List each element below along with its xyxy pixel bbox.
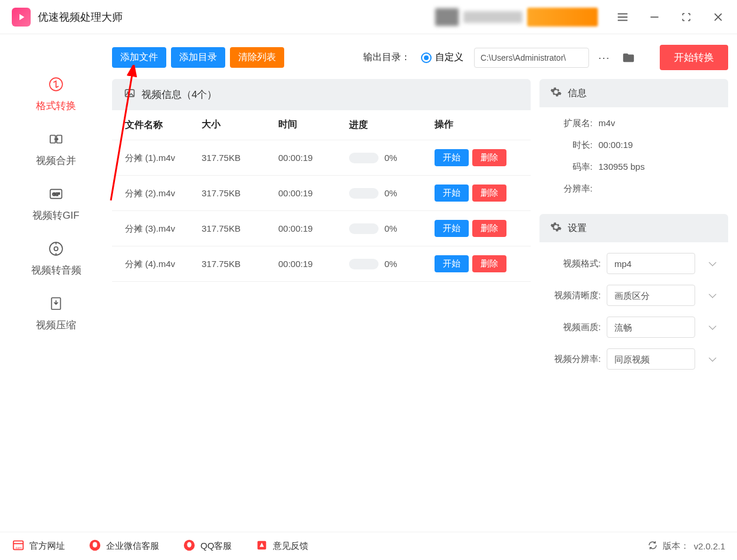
file-size: 317.75KB: [202, 223, 278, 233]
bitrate-value: 130955 bps: [598, 162, 716, 173]
table-row[interactable]: 分摊 (2).m4v 317.75KB 00:00:19 0% 开始 删除: [112, 176, 531, 211]
gear-icon: [550, 86, 562, 100]
folder-icon[interactable]: [618, 48, 639, 68]
minimize-icon[interactable]: [647, 10, 662, 24]
file-name: 分摊 (2).m4v: [125, 187, 202, 199]
row-delete-button[interactable]: 删除: [472, 185, 506, 202]
add-file-button[interactable]: 添加文件: [112, 47, 166, 68]
output-path-input[interactable]: [474, 48, 589, 68]
row-delete-button[interactable]: 删除: [472, 149, 506, 166]
qq-label: QQ客服: [200, 541, 232, 552]
file-table-panel: 视频信息（4个） 文件名称 大小 时间 进度 操作 分摊 (1).m4v 317…: [112, 79, 531, 532]
sidebar-item-merge[interactable]: 视频合并: [36, 130, 76, 167]
row-delete-button[interactable]: 删除: [472, 220, 506, 237]
version-value: v2.0.2.1: [694, 541, 725, 551]
sidebar-item-format-convert[interactable]: 格式转换: [36, 75, 76, 113]
row-start-button[interactable]: 开始: [435, 255, 469, 272]
resolution-label: 分辨率:: [551, 183, 598, 195]
quality-select[interactable]: 流畅: [607, 317, 695, 338]
clarity-select[interactable]: 画质区分: [607, 285, 695, 306]
resolution-select[interactable]: 同原视频: [607, 348, 695, 370]
user-area[interactable]: [435, 8, 598, 27]
table-row[interactable]: 分摊 (4).m4v 317.75KB 00:00:19 0% 开始 删除: [112, 246, 531, 282]
progress-bar: [349, 153, 379, 163]
custom-radio[interactable]: 自定义: [421, 51, 463, 64]
progress-text: 0%: [384, 223, 397, 233]
file-size: 317.75KB: [202, 259, 278, 269]
feedback-link[interactable]: 意见反馈: [255, 539, 308, 554]
col-progress-header: 进度: [349, 118, 435, 131]
svg-point-21: [187, 542, 191, 548]
more-icon[interactable]: ⋯: [594, 48, 614, 68]
progress-text: 0%: [384, 153, 397, 163]
file-progress: 0%: [349, 188, 435, 199]
official-link[interactable]: .com 官方网址: [12, 539, 65, 554]
row-delete-button[interactable]: 删除: [472, 255, 506, 272]
sidebar-item-label: 视频压缩: [36, 318, 76, 332]
file-time: 00:00:19: [278, 188, 349, 198]
progress-text: 0%: [384, 259, 397, 269]
resolution-value: [598, 183, 716, 195]
wechat-label: 企业微信客服: [106, 541, 159, 552]
wechat-link[interactable]: 企业微信客服: [88, 539, 159, 554]
table-row[interactable]: 分摊 (3).m4v 317.75KB 00:00:19 0% 开始 删除: [112, 211, 531, 246]
sidebar-item-compress[interactable]: 视频压缩: [36, 295, 76, 332]
feedback-icon: [255, 539, 268, 554]
sidebar: 格式转换 视频合并 GIF 视频转GIF 视频转音频 视频压缩: [0, 34, 112, 532]
file-progress: 0%: [349, 153, 435, 163]
file-time: 00:00:19: [278, 259, 349, 269]
audio-icon: [47, 240, 65, 258]
convert-icon: [47, 75, 65, 93]
version-label: 版本：: [663, 541, 689, 552]
menu-icon[interactable]: [616, 10, 630, 24]
close-icon[interactable]: [711, 10, 725, 24]
format-label: 视频格式:: [541, 258, 607, 269]
gif-icon: GIF: [47, 185, 65, 203]
add-dir-button[interactable]: 添加目录: [171, 47, 225, 68]
picture-icon: [124, 87, 136, 102]
sidebar-item-gif[interactable]: GIF 视频转GIF: [32, 185, 79, 222]
qq-link[interactable]: QQ客服: [183, 539, 232, 554]
merge-icon: [47, 130, 65, 148]
maximize-icon[interactable]: [679, 10, 693, 24]
row-start-button[interactable]: 开始: [435, 149, 469, 166]
wechat-icon: [88, 539, 101, 554]
start-convert-button[interactable]: 开始转换: [660, 45, 728, 70]
bitrate-label: 码率:: [551, 162, 598, 173]
info-panel-title: 信息: [568, 87, 587, 100]
format-select[interactable]: mp4: [607, 253, 695, 274]
gear-icon: [550, 221, 562, 235]
video-info-header: 视频信息（4个）: [112, 79, 531, 110]
clear-list-button[interactable]: 清除列表: [230, 47, 284, 68]
info-panel: 信息 扩展名: m4v 时长: 00:00:19 码率: 130955 bps …: [539, 79, 728, 205]
app-logo-icon: [12, 8, 31, 27]
file-name: 分摊 (1).m4v: [125, 151, 202, 164]
file-size: 317.75KB: [202, 188, 278, 198]
clarity-label: 视频清晰度:: [541, 290, 607, 301]
file-progress: 0%: [349, 259, 435, 269]
col-action-header: 操作: [435, 118, 518, 131]
sidebar-item-label: 视频转GIF: [32, 209, 79, 222]
row-start-button[interactable]: 开始: [435, 220, 469, 237]
refresh-icon: [647, 540, 658, 552]
settings-panel: 设置 视频格式: mp4 视频清晰度: 画质区分 视频画质: 流畅 视频分辨率:…: [539, 214, 728, 380]
toolbar: 添加文件 添加目录 清除列表 输出目录： 自定义 ⋯ 开始转换: [112, 40, 728, 79]
sidebar-item-audio[interactable]: 视频转音频: [31, 240, 81, 277]
progress-bar: [349, 223, 379, 234]
file-progress: 0%: [349, 223, 435, 234]
official-label: 官方网址: [29, 541, 65, 552]
footer: .com 官方网址 企业微信客服 QQ客服 意见反馈 版本： v2.0.2.1: [0, 532, 737, 560]
version-display[interactable]: 版本： v2.0.2.1: [647, 540, 725, 552]
titlebar: 优速视频处理大师: [0, 0, 737, 34]
ext-label: 扩展名:: [551, 118, 598, 129]
file-size: 317.75KB: [202, 153, 278, 163]
row-start-button[interactable]: 开始: [435, 185, 469, 202]
duration-value: 00:00:19: [598, 140, 716, 151]
col-size-header: 大小: [202, 118, 278, 131]
web-icon: .com: [12, 539, 25, 554]
file-name: 分摊 (4).m4v: [125, 258, 202, 270]
table-row[interactable]: 分摊 (1).m4v 317.75KB 00:00:19 0% 开始 删除: [112, 140, 531, 176]
file-time: 00:00:19: [278, 223, 349, 233]
quality-label: 视频画质:: [541, 322, 607, 333]
res-label: 视频分辨率:: [541, 354, 607, 365]
